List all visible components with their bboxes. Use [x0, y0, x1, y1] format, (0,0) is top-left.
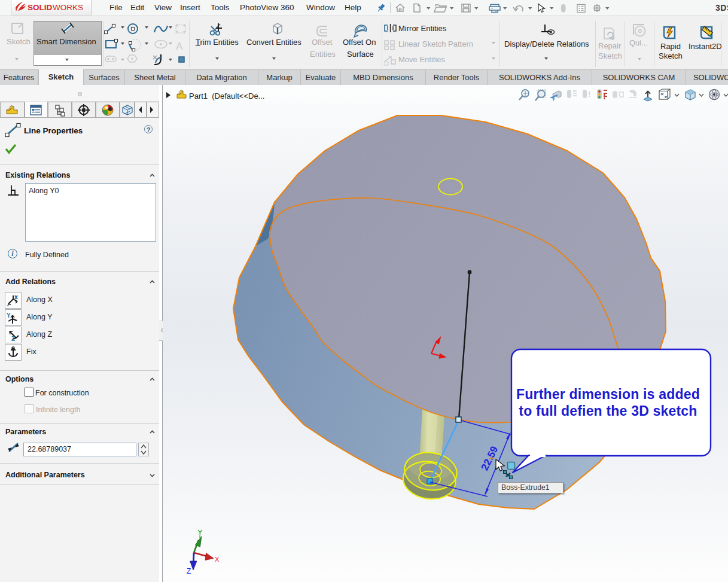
svg-text:Z: Z — [187, 567, 191, 575]
svg-text:!: ! — [619, 92, 621, 99]
svg-text:!: ! — [603, 92, 606, 101]
svg-text:!: ! — [588, 90, 590, 99]
svg-text:X: X — [215, 556, 220, 563]
